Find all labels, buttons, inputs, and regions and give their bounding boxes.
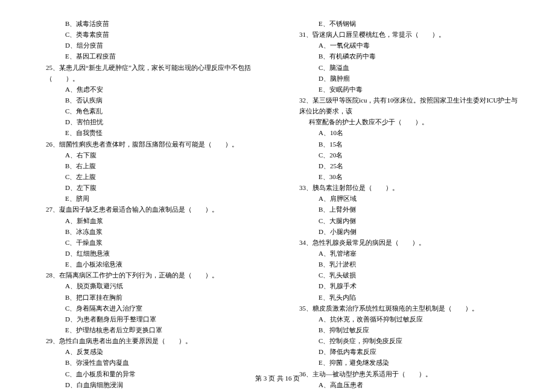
option-text: C、脑溢血 [290, 62, 519, 73]
option-text: E、基因工程疫苗 [36, 51, 265, 62]
option-text: D、小腿内侧 [290, 226, 519, 237]
option-text: D、组分疫苗 [36, 40, 265, 51]
question-text: 35、糖皮质激素治疗系统性红斑狼疮的主型机制是（ ）。 [290, 303, 519, 314]
question-text: 26、细菌性痢疾患者查体时，腹部压痛部位最有可能是（ ）。 [36, 139, 265, 150]
option-text: C、左上腹 [36, 171, 265, 182]
option-text: B、上臂外侧 [290, 204, 519, 215]
option-text: C、身着隔离衣进入治疗室 [36, 303, 265, 314]
option-text: E、安眠药中毒 [290, 84, 519, 95]
option-text: C、干燥血浆 [36, 237, 265, 248]
option-text: D、为患者翻身后用手整理口罩 [36, 314, 265, 324]
question-continuation: 科室配备的护士人数应不少于（ ）。 [290, 116, 519, 127]
option-text: A、焦虑不安 [36, 84, 265, 95]
option-text: E、抑菌，避免继发感染 [290, 357, 519, 368]
option-text: B、15名 [290, 139, 519, 150]
option-text: C、乳头破损 [290, 270, 519, 280]
option-text: A、反复感染 [36, 346, 265, 357]
option-text: A、脱页撕取避污纸 [36, 280, 265, 291]
option-text: B、否认疾病 [36, 95, 265, 106]
option-text: D、左下腹 [36, 182, 265, 193]
option-text: C、控制炎症，抑制免疫反应 [290, 335, 519, 346]
option-text: B、冰冻血浆 [36, 226, 265, 237]
option-text: B、抑制过敏反应 [290, 324, 519, 335]
option-text: E、不锈钢锅 [290, 18, 519, 29]
question-text: 25、某患儿因“新生儿硬肿症”入院，家长可能出现的心理反应中不包括（ ）。 [36, 62, 265, 84]
page-footer: 第 3 页 共 16 页 [0, 374, 555, 383]
question-text: 28、在隔离病区工作护士的下列行为，正确的是（ ）。 [36, 270, 265, 280]
option-text: C、角色紊乱 [36, 106, 265, 116]
option-text: E、30名 [290, 171, 519, 182]
question-text: 34、急性乳腺炎最常见的病因是（ ）。 [290, 237, 519, 248]
option-text: A、新鲜血浆 [36, 215, 265, 226]
option-text: E、自我责怪 [36, 127, 265, 138]
right-column: E、不锈钢锅31、昏迷病人口唇呈樱桃红色，常提示（ ）。A、一氧化碳中毒B、有机… [290, 18, 519, 392]
option-text: C、类毒素疫苗 [36, 29, 265, 40]
option-text: B、右上腹 [36, 160, 265, 171]
option-text: B、把口罩挂在胸前 [36, 292, 265, 303]
option-text: E、护理结核患者后立即更换口罩 [36, 324, 265, 335]
question-text: 27、凝血因子缺乏患者最适合输入的血液制品是（ ）。 [36, 204, 265, 215]
option-text: D、脑肿瘤 [290, 73, 519, 84]
option-text: B、弥漫性血管内凝血 [36, 357, 265, 368]
option-text: A、抗休克，改善循环抑制过敏反应 [290, 314, 519, 324]
option-text: D、乳腺手术 [290, 280, 519, 291]
option-text: A、10名 [290, 127, 519, 138]
option-text: A、右下腹 [36, 150, 265, 160]
option-text: A、乳管堵塞 [290, 248, 519, 259]
question-text: 31、昏迷病人口唇呈樱桃红色，常提示（ ）。 [290, 29, 519, 40]
option-text: D、25名 [290, 160, 519, 171]
option-text: D、红细胞悬液 [36, 248, 265, 259]
option-text: D、降低内毒素反应 [290, 346, 519, 357]
option-text: C、大腿内侧 [290, 215, 519, 226]
option-text: B、乳汁淤积 [290, 259, 519, 270]
question-text: 29、急性白血病患者出血的主要原因是（ ）。 [36, 335, 265, 346]
option-text: E、血小板浓缩悬液 [36, 259, 265, 270]
option-text: A、一氧化碳中毒 [290, 40, 519, 51]
option-text: B、减毒活疫苗 [36, 18, 265, 29]
option-text: E、乳头内陷 [290, 292, 519, 303]
option-text: C、20名 [290, 150, 519, 160]
option-text: B、有机磷农药中毒 [290, 51, 519, 62]
question-text: 33、胰岛素注射部位是（ ）。 [290, 182, 519, 193]
option-text: D、害怕担忧 [36, 116, 265, 127]
question-text: 32、某三级甲等医院icu，共有10张床位。按照国家卫生计生委对ICU护士与床位… [290, 95, 519, 116]
left-column: B、减毒活疫苗C、类毒素疫苗D、组分疫苗E、基因工程疫苗25、某患儿因“新生儿硬… [36, 18, 265, 392]
option-text: E、脐周 [36, 193, 265, 204]
option-text: A、肩胛区域 [290, 193, 519, 204]
